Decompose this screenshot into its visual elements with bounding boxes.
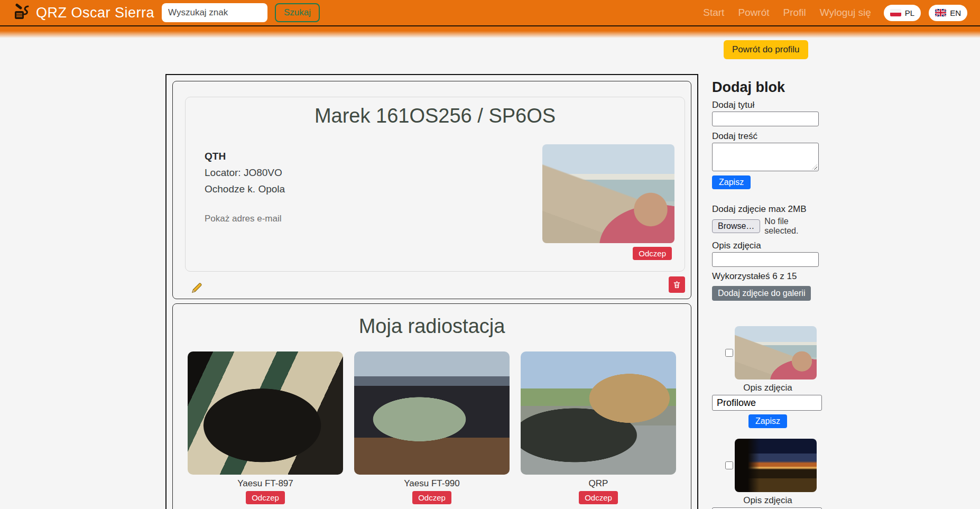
gallery-desc-input[interactable] [712, 395, 822, 411]
delete-block-button[interactable] [669, 276, 685, 293]
station-caption: Yaesu FT-897 [188, 478, 343, 489]
station-gallery-row: Yaesu FT-897 Odczep Yaesu FT-990 Odczep … [173, 351, 691, 504]
gallery-select-checkbox[interactable] [725, 349, 733, 357]
profile-block: Marek 161OS256 / SP6OS QTH Locator: JO80… [185, 97, 685, 272]
search-input[interactable] [162, 3, 267, 22]
search-button[interactable]: Szukaj [275, 3, 320, 22]
brand-title: QRZ Oscar Sierra [36, 5, 154, 21]
profile-content-container: Marek 161OS256 / SP6OS QTH Locator: JO80… [165, 74, 698, 509]
gallery-thumbnail-odrodzenie [735, 439, 817, 492]
uk-flag-icon [935, 9, 946, 16]
nav-links: Start Powrót Profil Wyloguj się [703, 7, 871, 18]
gallery-thumb-row [712, 326, 824, 380]
file-input-row: Browse… No file selected. [712, 217, 824, 236]
pencil-icon[interactable] [191, 282, 203, 294]
profile-photo [542, 144, 674, 243]
profile-title: Marek 161OS256 / SP6OS [186, 105, 685, 127]
radio-mic-icon [13, 3, 32, 22]
station-figure: QRP Odczep [521, 351, 676, 504]
station-figure: Yaesu FT-990 Odczep [354, 351, 510, 504]
add-content-label: Dodaj treść [712, 131, 824, 142]
add-title-label: Dodaj tytuł [712, 100, 824, 110]
navbar: QRZ Oscar Sierra Szukaj Start Powrót Pro… [0, 0, 980, 25]
show-email-link[interactable]: Pokaż adres e-mail [205, 214, 282, 224]
qth-label: QTH [205, 148, 285, 164]
lang-pl-label: PL [905, 8, 914, 17]
gallery-thumb-row [712, 439, 824, 492]
block-title-input[interactable] [712, 112, 819, 126]
gallery-save-button[interactable]: Zapisz [748, 414, 787, 428]
profile-card: Marek 161OS256 / SP6OS QTH Locator: JO80… [172, 81, 691, 299]
trash-icon [672, 280, 681, 289]
no-file-selected-text: No file selected. [764, 217, 824, 236]
station-title: Moja radiostacja [173, 315, 691, 338]
upload-photo-label: Dodaj zdjęcie max 2MB [712, 204, 824, 215]
nav-link-profil[interactable]: Profil [783, 7, 806, 18]
locator-text: Locator: JO80VO [205, 164, 285, 181]
detach-station-photo-button[interactable]: Odczep [246, 491, 285, 504]
gallery-usage-text: Wykorzystałeś 6 z 15 [712, 271, 824, 282]
photo-desc-label: Opis zdjęcia [712, 240, 824, 251]
gallery-item: Opis zdjęcia [712, 439, 824, 509]
block-content-textarea-wrap [712, 143, 819, 171]
navbar-glow [0, 26, 980, 38]
lang-en-label: EN [950, 8, 961, 17]
gallery-desc-label: Opis zdjęcia [712, 495, 824, 506]
station-photo-ft897 [188, 351, 343, 475]
station-caption: QRP [521, 478, 676, 489]
lang-en-button[interactable]: EN [929, 5, 967, 21]
gallery-select-checkbox[interactable] [725, 461, 733, 469]
poland-flag-icon [890, 9, 901, 16]
station-card: Moja radiostacja Yaesu FT-897 Odczep Yae… [172, 303, 691, 509]
sidebar-title: Dodaj blok [712, 79, 824, 95]
brand-logo[interactable]: QRZ Oscar Sierra [13, 3, 154, 22]
nav-link-wyloguj[interactable]: Wyloguj się [820, 7, 871, 18]
gallery-item: Opis zdjęcia Zapisz [712, 326, 824, 428]
detach-station-photo-button[interactable]: Odczep [579, 491, 618, 504]
lang-pl-button[interactable]: PL [884, 5, 921, 21]
add-block-sidebar: Dodaj blok Dodaj tytuł Dodaj treść Zapis… [712, 79, 824, 509]
station-caption: Yaesu FT-990 [354, 478, 510, 489]
gallery-desc-label: Opis zdjęcia [712, 383, 824, 393]
qth-info: QTH Locator: JO80VO Ochodze k. Opola [205, 148, 285, 197]
photo-desc-input[interactable] [712, 252, 819, 267]
save-block-button[interactable]: Zapisz [712, 175, 751, 189]
language-switcher: PL EN [884, 5, 967, 21]
nav-link-start[interactable]: Start [703, 7, 724, 18]
station-photo-qrp [521, 351, 676, 475]
browse-file-button[interactable]: Browse… [712, 219, 760, 233]
gallery-thumbnail-profilowe [735, 326, 817, 380]
block-content-textarea[interactable] [712, 143, 819, 171]
gallery-save-wrap: Zapisz [712, 411, 824, 428]
nav-link-powrot[interactable]: Powrót [738, 7, 769, 18]
add-to-gallery-button[interactable]: Dodaj zdjęcie do galerii [712, 286, 811, 301]
station-figure: Yaesu FT-897 Odczep [188, 351, 343, 504]
back-to-profile-button[interactable]: Powrót do profilu [724, 40, 808, 59]
city-text: Ochodze k. Opola [205, 181, 285, 197]
detach-photo-button[interactable]: Odczep [633, 247, 672, 260]
station-photo-ft990 [354, 351, 510, 475]
detach-station-photo-button[interactable]: Odczep [412, 491, 451, 504]
